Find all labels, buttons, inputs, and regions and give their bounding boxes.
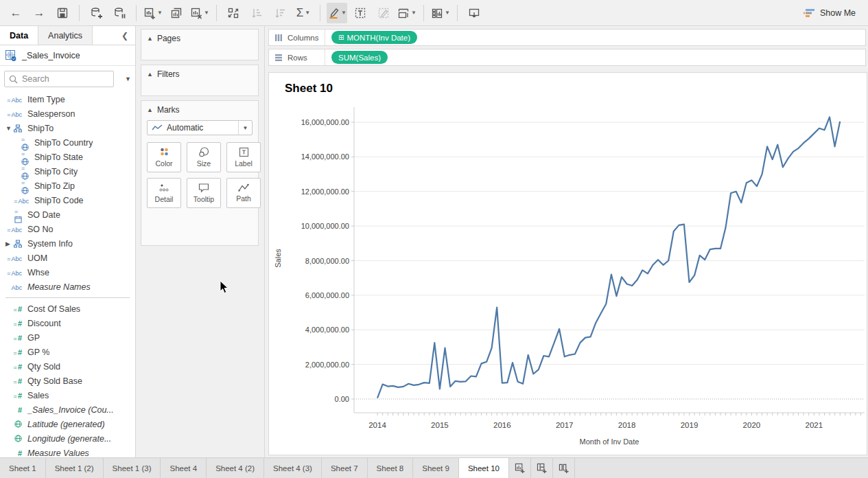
mark-type-dropdown[interactable]: Automatic ▼ (147, 120, 253, 135)
forward-button[interactable]: → (29, 3, 49, 23)
field-uom[interactable]: =AbcUOM (0, 251, 135, 265)
duplicate-sheet-button[interactable] (166, 3, 187, 23)
path-button[interactable]: Path (226, 178, 261, 208)
field-sales[interactable]: =#Sales (0, 388, 135, 402)
pause-auto-updates-button[interactable] (109, 3, 130, 23)
tooltip-button[interactable]: Tooltip (187, 178, 221, 208)
tab-data[interactable]: Data (0, 26, 38, 45)
back-arrow-icon: ← (10, 7, 22, 19)
fit-width-icon (397, 7, 410, 19)
sheet-tab-sheet-4-2[interactable]: Sheet 4 (2) (207, 458, 264, 478)
toolbar-separator (136, 5, 137, 21)
new-story-icon (559, 463, 569, 473)
field-latitude-generated[interactable]: Latitude (generated) (0, 417, 135, 431)
field-shipto-code[interactable]: =AbcShipTo Code (0, 193, 135, 207)
field-gp[interactable]: =#GP (0, 330, 135, 345)
highlight-button[interactable]: ▼ (327, 3, 347, 23)
chevron-down-icon: ▼ (445, 10, 450, 16)
field-item-type[interactable]: =AbcItem Type (0, 92, 135, 106)
field-shipto-zip[interactable]: =ShipTo Zip (0, 179, 135, 193)
field-so-date[interactable]: =SO Date (0, 207, 135, 222)
label-button[interactable]: Label (226, 142, 261, 172)
field-so-no[interactable]: =AbcSO No (0, 222, 135, 236)
field-shipto-state[interactable]: =ShipTo State (0, 150, 135, 164)
eq-number-icon: =# (0, 376, 27, 386)
field-label: Item Type (27, 95, 65, 104)
new-story-button[interactable] (553, 458, 575, 478)
chevron-right-icon[interactable]: ▶ (5, 240, 10, 247)
sheet-tab-sheet-4[interactable]: Sheet 4 (161, 458, 207, 478)
collapse-pane-button[interactable]: ❮ (115, 26, 135, 45)
format-workbook-button (373, 3, 394, 23)
sheet-tab-sheet-4-3[interactable]: Sheet 4 (3) (264, 458, 322, 478)
color-button[interactable]: Color (147, 142, 181, 172)
duplicate-sheet-icon (170, 7, 183, 19)
field-label: UOM (27, 253, 47, 263)
show-hide-cards-button[interactable]: ▼ (430, 3, 451, 23)
eq-abc-icon: =Abc (0, 196, 34, 205)
filters-card[interactable]: ▲ Filters (141, 65, 259, 96)
save-icon (56, 7, 69, 19)
sheet-tab-sheet-7[interactable]: Sheet 7 (322, 458, 368, 478)
pages-card[interactable]: ▲ Pages (141, 29, 259, 60)
chevron-down-icon: ▼ (204, 10, 209, 16)
rows-pill[interactable]: SUM(Sales) (331, 51, 388, 64)
cards-icon (431, 7, 443, 19)
field-shipto[interactable]: ▼ShipTo (0, 121, 135, 135)
totals-button[interactable]: Σ▼ (293, 3, 314, 23)
y-tick-label: 2,000,000.00 (305, 361, 349, 369)
field-shipto-country[interactable]: =ShipTo Country (0, 135, 135, 150)
detail-button[interactable]: Detail (147, 178, 181, 208)
sheet-tab-sheet-1-3[interactable]: Sheet 1 (3) (104, 458, 161, 478)
size-button[interactable]: Size (187, 142, 221, 172)
show-mark-labels-button[interactable] (350, 3, 371, 23)
fit-button[interactable]: ▼ (397, 3, 417, 23)
sheet-tab-sheet-8[interactable]: Sheet 8 (368, 458, 414, 478)
field-salesperson[interactable]: =AbcSalesperson (0, 106, 135, 121)
cards-column: ▲ Pages ▲ Filters ▲ Marks Automatic (137, 26, 264, 457)
field-whse[interactable]: =AbcWhse (0, 265, 135, 280)
field-system-info[interactable]: ▶System Info (0, 236, 135, 251)
field-qty-sold[interactable]: =#Qty Sold (0, 359, 135, 374)
presentation-mode-button[interactable] (464, 3, 484, 23)
field-sales-invoice-cou[interactable]: #_Sales_Invoice (Cou... (0, 402, 135, 417)
field-discount[interactable]: =#Discount (0, 316, 135, 330)
search-options-dropdown[interactable]: ▼ (125, 76, 131, 82)
columns-shelf[interactable]: Columns ⊞MONTH(Inv Date) (268, 29, 866, 46)
columns-pill[interactable]: ⊞MONTH(Inv Date) (331, 31, 417, 44)
sheet-tab-sheet-9[interactable]: Sheet 9 (413, 458, 459, 478)
swap-rows-columns-button[interactable] (223, 3, 244, 23)
field-longitude-generate[interactable]: Longitude (generate... (0, 431, 135, 446)
show-me-button[interactable]: Show Me (804, 0, 856, 26)
sheet-tab-sheet-1-2[interactable]: Sheet 1 (2) (46, 458, 104, 478)
sort-descending-icon (274, 7, 286, 19)
sheet-tab-sheet-1[interactable]: Sheet 1 (0, 458, 46, 478)
eq-number-icon: =# (0, 319, 27, 328)
field-shipto-city[interactable]: =ShipTo City (0, 164, 135, 179)
number-icon: # (0, 405, 27, 415)
sales-line[interactable] (377, 117, 840, 398)
field-label: Qty Sold Base (27, 376, 82, 386)
new-worksheet-button[interactable]: ▼ (143, 3, 163, 23)
new-dashboard-button[interactable] (531, 458, 553, 478)
rows-shelf[interactable]: Rows SUM(Sales) (268, 49, 866, 66)
search-box[interactable] (4, 71, 114, 87)
tab-analytics[interactable]: Analytics (38, 26, 93, 45)
clear-sheet-button[interactable]: ▼ (189, 3, 210, 23)
worksheet-view[interactable]: Sheet 10 0.002,000,000.004,000,000.006,0… (268, 72, 867, 455)
field-label: System Info (27, 239, 73, 249)
field-measure-names[interactable]: AbcMeasure Names (0, 280, 135, 294)
field-qty-sold-base[interactable]: =#Qty Sold Base (0, 374, 135, 388)
field-cost-of-sales[interactable]: =#Cost Of Sales (0, 301, 135, 316)
back-button[interactable]: ← (5, 3, 26, 23)
eq-calendar-icon: = (0, 206, 27, 223)
search-input[interactable] (22, 74, 97, 84)
new-worksheet-button[interactable] (509, 458, 531, 478)
new-data-source-button[interactable] (86, 3, 106, 23)
save-button[interactable] (52, 3, 73, 23)
sheet-tab-sheet-10[interactable]: Sheet 10 (459, 458, 509, 478)
datasource-item[interactable]: _Sales_Invoice (0, 45, 135, 66)
chevron-down-icon[interactable]: ▼ (5, 125, 12, 132)
datasource-label: _Sales_Invoice (22, 51, 80, 60)
field-gp[interactable]: =#GP % (0, 345, 135, 359)
